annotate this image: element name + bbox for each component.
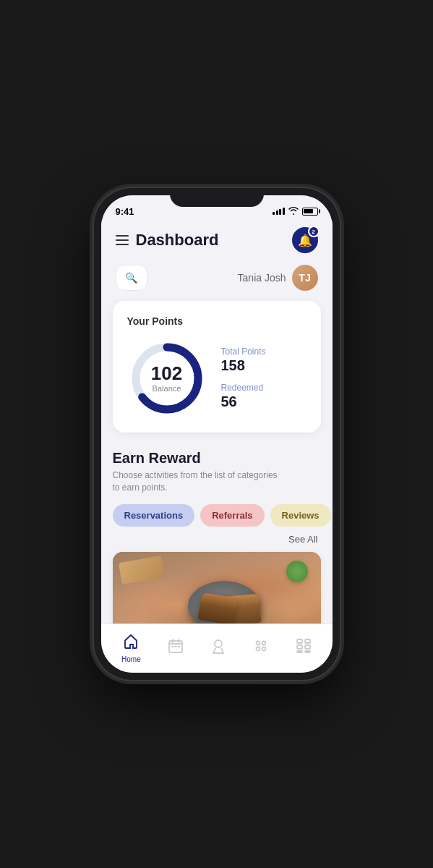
svg-rect-16: [305, 651, 310, 652]
balance-label: Balance: [151, 384, 182, 393]
balance-number: 102: [151, 364, 182, 383]
earn-reward-title: Earn Reward: [113, 450, 321, 467]
svg-rect-13: [297, 645, 302, 649]
green-item: [286, 561, 308, 582]
calendar-icon: [168, 638, 184, 658]
page-title: Dashboard: [136, 231, 219, 250]
svg-rect-11: [297, 639, 302, 643]
chip-referrals[interactable]: Referrals: [200, 504, 264, 527]
battery-icon: [302, 208, 318, 216]
svg-rect-15: [297, 651, 302, 652]
rewards-icon: [210, 638, 226, 658]
svg-rect-12: [305, 639, 310, 643]
signal-icon: [273, 208, 285, 215]
svg-rect-4: [174, 646, 176, 647]
featured-card[interactable]: Attend a Virtual Cooking Class ★ 45: [113, 552, 321, 624]
notification-badge: 2: [308, 226, 320, 237]
app-header: Dashboard 🔔 2: [101, 221, 333, 260]
status-icons: [273, 207, 318, 216]
screen-content[interactable]: Dashboard 🔔 2 🔍 Tania Josh TJ You: [101, 221, 333, 624]
svg-point-6: [215, 640, 222, 647]
points-card-title: Your Points: [127, 315, 306, 327]
see-all-link[interactable]: See All: [288, 534, 317, 545]
total-points-value: 158: [221, 357, 266, 374]
user-name-label: Tania Josh: [238, 272, 286, 284]
nav-menu[interactable]: [288, 634, 319, 664]
featured-image: [113, 552, 321, 624]
donut-center: 102 Balance: [151, 364, 182, 393]
redeemed-value: 56: [221, 393, 266, 410]
nav-home[interactable]: Home: [114, 629, 148, 668]
nav-rewards[interactable]: [203, 634, 233, 664]
search-bar: 🔍 Tania Josh TJ: [101, 260, 333, 301]
svg-rect-14: [305, 645, 310, 649]
redeemed-label: Redeemed: [221, 383, 266, 393]
food-visual: [113, 552, 321, 624]
nav-calendar[interactable]: [160, 634, 191, 664]
status-time: 9:41: [116, 206, 134, 217]
points-body: 102 Balance Total Points 158 Redeemed 56: [127, 339, 306, 418]
points-card: Your Points 102 Balance: [113, 301, 321, 433]
category-chips: Reservations Referrals Reviews: [113, 504, 321, 527]
search-input[interactable]: 🔍: [116, 265, 147, 291]
chip-reservations[interactable]: Reservations: [113, 504, 195, 527]
bottom-nav: Home: [101, 624, 333, 673]
svg-point-8: [262, 641, 265, 644]
svg-point-9: [256, 647, 260, 650]
home-icon: [123, 634, 139, 653]
phone-screen: 9:41: [101, 195, 333, 673]
svg-rect-5: [178, 646, 180, 647]
notification-button[interactable]: 🔔 2: [292, 227, 318, 253]
nav-grid[interactable]: [246, 634, 276, 664]
avatar[interactable]: TJ: [292, 265, 318, 291]
earn-reward-subtitle: Choose activities from the list of categ…: [113, 469, 321, 494]
svg-rect-3: [171, 646, 173, 647]
menu-icon: [296, 638, 312, 658]
svg-point-7: [256, 641, 260, 644]
earn-reward-section: Earn Reward Choose activities from the l…: [101, 447, 333, 624]
wifi-icon: [288, 207, 299, 216]
phone-frame: 9:41: [94, 188, 340, 680]
home-label: Home: [121, 655, 141, 663]
points-stats: Total Points 158 Redeemed 56: [221, 346, 266, 410]
chip-reviews[interactable]: Reviews: [270, 504, 331, 527]
donut-chart: 102 Balance: [127, 339, 207, 418]
search-icon: 🔍: [125, 272, 137, 284]
grid-icon: [253, 638, 269, 658]
user-info: Tania Josh TJ: [238, 265, 318, 291]
svg-point-10: [262, 647, 265, 650]
notch: [170, 188, 264, 207]
total-points-stat: Total Points 158: [221, 346, 266, 374]
menu-button[interactable]: [116, 235, 129, 245]
total-points-label: Total Points: [221, 346, 266, 357]
see-all-row: See All: [113, 534, 321, 545]
redeemed-stat: Redeemed 56: [221, 383, 266, 410]
